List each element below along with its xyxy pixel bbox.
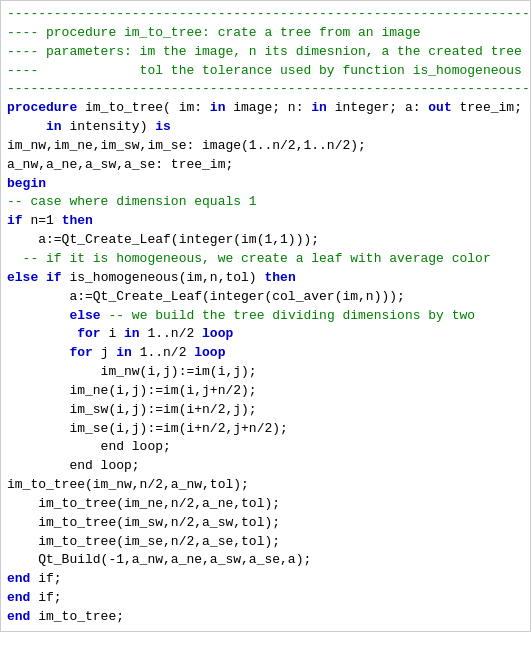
code-line: ---- parameters: im the image, n its dim…: [7, 43, 524, 62]
code-line: in intensity) is: [7, 118, 524, 137]
code-line: end loop;: [7, 457, 524, 476]
code-container: ----------------------------------------…: [0, 0, 531, 632]
code-line: a_nw,a_ne,a_sw,a_se: tree_im;: [7, 156, 524, 175]
code-line: end loop;: [7, 438, 524, 457]
code-line: procedure im_to_tree( im: in image; n: i…: [7, 99, 524, 118]
code-line: im_nw,im_ne,im_sw,im_se: image(1..n/2,1.…: [7, 137, 524, 156]
code-line: im_se(i,j):=im(i+n/2,j+n/2);: [7, 420, 524, 439]
code-line: else -- we build the tree dividing dimen…: [7, 307, 524, 326]
code-line: begin: [7, 175, 524, 194]
code-line: a:=Qt_Create_Leaf(integer(col_aver(im,n)…: [7, 288, 524, 307]
code-line: for i in 1..n/2 loop: [7, 325, 524, 344]
code-line: a:=Qt_Create_Leaf(integer(im(1,1)));: [7, 231, 524, 250]
code-line: im_sw(i,j):=im(i+n/2,j);: [7, 401, 524, 420]
code-line: im_ne(i,j):=im(i,j+n/2);: [7, 382, 524, 401]
code-line: ----------------------------------------…: [7, 5, 524, 24]
code-line: if n=1 then: [7, 212, 524, 231]
code-line: ----------------------------------------…: [7, 80, 524, 99]
code-line: Qt_Build(-1,a_nw,a_ne,a_sw,a_se,a);: [7, 551, 524, 570]
code-line: im_to_tree(im_ne,n/2,a_ne,tol);: [7, 495, 524, 514]
code-line: im_to_tree(im_nw,n/2,a_nw,tol);: [7, 476, 524, 495]
code-output: ----------------------------------------…: [7, 5, 524, 627]
code-line: -- if it is homogeneous, we create a lea…: [7, 250, 524, 269]
code-line: ---- procedure im_to_tree: crate a tree …: [7, 24, 524, 43]
code-line: im_nw(i,j):=im(i,j);: [7, 363, 524, 382]
code-line: end im_to_tree;: [7, 608, 524, 627]
code-line: ---- tol the tolerance used by function …: [7, 62, 524, 81]
code-line: end if;: [7, 589, 524, 608]
code-line: end if;: [7, 570, 524, 589]
code-line: else if is_homogeneous(im,n,tol) then: [7, 269, 524, 288]
code-line: im_to_tree(im_se,n/2,a_se,tol);: [7, 533, 524, 552]
code-line: -- case where dimension equals 1: [7, 193, 524, 212]
code-line: for j in 1..n/2 loop: [7, 344, 524, 363]
code-line: im_to_tree(im_sw,n/2,a_sw,tol);: [7, 514, 524, 533]
